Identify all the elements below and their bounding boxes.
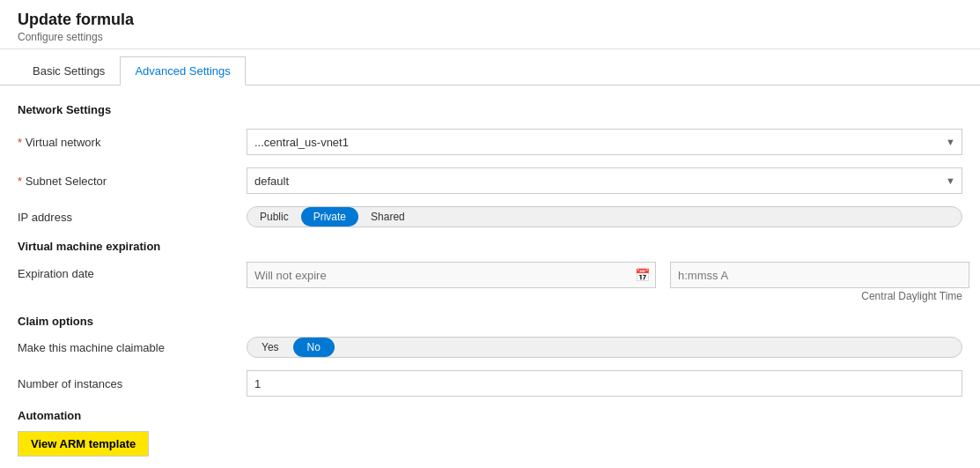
expiration-inner: 📅 <box>247 262 962 288</box>
virtual-network-label: Virtual network <box>18 136 247 149</box>
ip-address-label: IP address <box>18 211 247 224</box>
expiration-date-label: Expiration date <box>18 267 247 280</box>
expiration-date-input[interactable] <box>247 262 630 288</box>
subnet-select[interactable]: default <box>247 167 962 194</box>
instances-row: Number of instances i <box>18 370 962 397</box>
ip-public-button[interactable]: Public <box>247 207 301 227</box>
claimable-no-button[interactable]: No <box>293 338 335 357</box>
instances-input[interactable] <box>247 370 962 397</box>
claimable-row: Make this machine claimable i Yes No <box>18 337 962 358</box>
page-subtitle: Configure settings <box>18 31 962 43</box>
virtual-network-select-wrapper: ...central_us-vnet1 ▼ <box>247 129 962 155</box>
ip-toggle-group: Public Private Shared <box>247 206 962 227</box>
subnet-label: Subnet Selector <box>18 175 247 188</box>
vm-expiration-title: Virtual machine expiration <box>18 240 962 253</box>
view-arm-template-button[interactable]: View ARM template <box>18 431 149 457</box>
virtual-network-control: ...central_us-vnet1 ▼ <box>247 129 962 155</box>
automation-section: Automation View ARM template <box>18 409 962 457</box>
network-settings-title: Network Settings <box>18 103 962 116</box>
calendar-icon[interactable]: 📅 <box>630 262 656 288</box>
page-header: Update formula Configure settings <box>0 0 980 49</box>
expiration-date-row: Expiration date i 📅 Central Daylight Tim… <box>18 262 962 302</box>
claim-options-title: Claim options <box>18 315 962 328</box>
ip-private-button[interactable]: Private <box>301 207 358 227</box>
subnet-control: default ▼ <box>247 167 962 194</box>
tabs-container: Basic Settings Advanced Settings <box>0 49 980 85</box>
claimable-toggle-group: Yes No <box>247 337 962 358</box>
claimable-control: Yes No <box>247 337 962 358</box>
tab-basic[interactable]: Basic Settings <box>18 56 120 85</box>
expiration-controls: 📅 Central Daylight Time <box>247 262 962 302</box>
timezone-label: Central Daylight Time <box>247 290 962 302</box>
subnet-row: Subnet Selector default ▼ <box>18 167 962 194</box>
date-wrapper: 📅 <box>247 262 656 288</box>
ip-address-control: Public Private Shared <box>247 206 962 227</box>
tab-advanced[interactable]: Advanced Settings <box>120 56 245 85</box>
ip-shared-button[interactable]: Shared <box>358 207 417 227</box>
virtual-network-row: Virtual network ...central_us-vnet1 ▼ <box>18 129 962 155</box>
virtual-network-select[interactable]: ...central_us-vnet1 <box>247 129 962 155</box>
instances-label: Number of instances <box>18 377 247 390</box>
ip-address-row: IP address Public Private Shared <box>18 206 962 227</box>
automation-title: Automation <box>18 409 962 422</box>
time-input[interactable] <box>670 262 969 288</box>
time-wrapper <box>663 262 962 288</box>
instances-control <box>247 370 962 397</box>
claimable-label: Make this machine claimable <box>18 341 247 354</box>
claimable-yes-button[interactable]: Yes <box>247 338 293 357</box>
content-area: Network Settings Virtual network ...cent… <box>0 85 980 468</box>
page-title: Update formula <box>18 11 962 29</box>
subnet-select-wrapper: default ▼ <box>247 167 962 194</box>
